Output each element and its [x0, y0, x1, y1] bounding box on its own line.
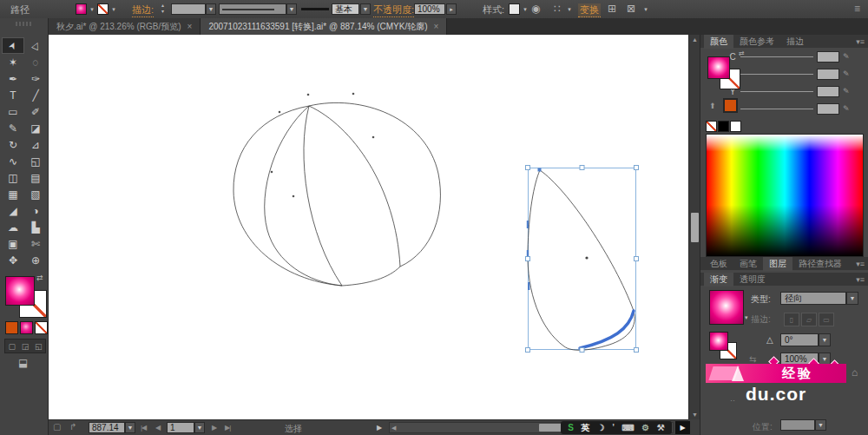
stroke-width-stepper[interactable]: ▴ ▾	[161, 3, 164, 15]
zoom-dropdown[interactable]: ▼	[125, 422, 135, 433]
width-profile-arrow[interactable]: ▼	[286, 3, 297, 15]
ime-toolbar[interactable]: S英☽’⌨⚙⚒	[561, 421, 672, 434]
ime-icon[interactable]: 英	[581, 422, 589, 434]
panel-tab[interactable]: 颜色	[704, 35, 733, 49]
channel-value-field[interactable]	[817, 69, 839, 80]
type-tool[interactable]: T	[2, 87, 24, 103]
select-similar-dropdown[interactable]: ▾	[641, 3, 650, 15]
scroll-left-icon[interactable]: ◀	[391, 425, 396, 432]
channel-value-field[interactable]	[817, 103, 839, 115]
stroke-along-icon[interactable]: ▱	[801, 313, 817, 326]
panel-grip[interactable]	[16, 22, 33, 26]
position-dropdown[interactable]: ▼	[815, 419, 826, 431]
slice-tool[interactable]: ✄	[24, 235, 47, 252]
middle-panel-menu-icon[interactable]: ▾≡	[856, 260, 865, 268]
align-icon[interactable]: ∷	[554, 3, 561, 15]
ime-icon[interactable]: ⌨	[621, 423, 634, 432]
align-dropdown-icon[interactable]: ▾	[565, 3, 574, 15]
swap-fill-stroke-icon[interactable]: ⇄	[36, 274, 43, 282]
color-mode-button[interactable]	[5, 321, 18, 334]
screen-mode-icon[interactable]: ⬓	[18, 357, 28, 369]
stroke-width-dropdown[interactable]: ▼	[206, 3, 216, 15]
opacity-panel-link[interactable]: 不透明度:	[373, 3, 414, 17]
brush-definition-dropdown[interactable]: 基本	[332, 3, 359, 15]
black-swatch[interactable]	[718, 121, 729, 132]
eraser-tool[interactable]: ◪	[24, 120, 47, 136]
ime-icon[interactable]: S	[568, 423, 574, 432]
blend-tool[interactable]: ◑	[24, 202, 47, 219]
none-mode-button[interactable]	[35, 321, 48, 334]
drawing-modes-group[interactable]: ▢ ◲ ◱	[4, 339, 46, 353]
gradient-angle-field[interactable]: 0°	[780, 333, 819, 346]
paintbrush-tool[interactable]: ✐	[24, 103, 47, 120]
stroke-across-icon[interactable]: ▭	[819, 313, 834, 326]
stepper-down-icon[interactable]: ▾	[161, 9, 164, 15]
position-field[interactable]	[780, 419, 815, 431]
recolor-artwork-icon[interactable]: ◉	[531, 3, 540, 15]
stroke-panel-link[interactable]: 描边:	[132, 3, 154, 17]
fill-dropdown-icon[interactable]: ▾	[88, 3, 96, 15]
select-similar-icon[interactable]: ⊠	[627, 3, 635, 15]
panel-tab[interactable]: 透明度	[733, 273, 772, 287]
panel-tab[interactable]: 色板	[704, 257, 733, 271]
panel-tab[interactable]: 画笔	[733, 257, 763, 271]
brush-stroke-preview[interactable]	[301, 8, 329, 10]
last-color-icon[interactable]: ⬆	[709, 102, 716, 110]
channel-slider[interactable]	[740, 70, 813, 78]
stroke-within-icon[interactable]: ▯	[784, 313, 799, 326]
draw-normal-icon[interactable]: ▢	[8, 342, 16, 351]
symbol-sprayer-tool[interactable]: ☁	[2, 219, 24, 235]
artboard-canvas[interactable]	[49, 35, 688, 419]
ime-icon[interactable]: ⚙	[641, 423, 649, 432]
stepper-up-icon[interactable]: ▴	[161, 3, 164, 9]
close-icon[interactable]: ×	[434, 22, 439, 31]
vertical-scrollbar[interactable]: ▲ ▼	[688, 35, 700, 419]
horizontal-scroll-thumb[interactable]	[539, 424, 562, 432]
channel-slider[interactable]	[740, 88, 813, 96]
fill-color-swatch[interactable]	[76, 3, 87, 15]
free-transform-tool[interactable]: ◱	[24, 153, 47, 169]
gradient-thumbnail[interactable]	[709, 290, 744, 325]
width-tool[interactable]: ∿	[2, 153, 24, 169]
scale-tool[interactable]: ⊿	[24, 136, 47, 153]
lasso-tool[interactable]: ◌	[24, 54, 47, 70]
stroke-color-swatch[interactable]	[97, 3, 108, 15]
shape-builder-tool[interactable]: ◫	[2, 169, 24, 186]
last-artboard-icon[interactable]: ▶|	[225, 424, 230, 432]
gradient-type-dropdown[interactable]: ▼	[846, 292, 858, 305]
gradient-tool[interactable]: ▧	[24, 186, 47, 202]
zoom-tool[interactable]: ⊕	[24, 252, 47, 268]
scroll-down-icon[interactable]: ▼	[692, 412, 698, 418]
stroke-width-field[interactable]	[171, 3, 206, 15]
draw-behind-icon[interactable]: ◲	[22, 342, 30, 351]
brush-definition-arrow[interactable]: ▼	[360, 3, 371, 15]
pen-tool[interactable]: ✒	[2, 70, 24, 87]
color-panel-menu-icon[interactable]: ▾≡	[856, 37, 865, 46]
style-dropdown-icon[interactable]: ▾	[521, 3, 529, 15]
width-profile-dropdown[interactable]	[219, 3, 286, 15]
column-graph-tool[interactable]: ▙	[24, 219, 47, 235]
perspective-grid-tool[interactable]: ▤	[24, 169, 47, 186]
document-tab[interactable]: 20071023111633591 [转换].ai* @ 887.14% (CM…	[201, 18, 447, 35]
artboard-tool[interactable]: ▣	[2, 235, 24, 252]
opacity-arrow[interactable]: ▸	[446, 3, 457, 15]
blob-brush-tool[interactable]: ✑	[24, 70, 47, 87]
document-tab[interactable]: 秋夕.ai* @ 213.26% (RGB/预览) ×	[49, 18, 201, 35]
gradient-mode-button[interactable]	[20, 321, 33, 334]
color-fill-proxy[interactable]	[707, 56, 730, 79]
artboard-nav-icon[interactable]: ▢	[53, 422, 61, 432]
channel-slider[interactable]	[740, 105, 813, 113]
arrange-docs-icon[interactable]: ↱	[69, 422, 76, 432]
ime-icon[interactable]: ☽	[597, 423, 605, 432]
scroll-up-icon[interactable]: ▲	[692, 36, 698, 43]
none-swatch[interactable]	[706, 121, 717, 132]
color-spectrum-picker[interactable]	[706, 134, 864, 257]
fill-proxy-swatch[interactable]	[5, 276, 35, 306]
control-bar-menu-icon[interactable]: ≡	[854, 3, 860, 15]
hand-tool[interactable]: ✥	[2, 252, 24, 268]
artboard-dropdown[interactable]: ▼	[194, 422, 205, 433]
ime-icon[interactable]: ⚒	[657, 423, 665, 432]
panel-tab[interactable]: 路径查找器	[792, 257, 848, 271]
next-artboard-icon[interactable]: ▶	[212, 424, 216, 432]
zoom-level-field[interactable]: 887.14	[89, 422, 125, 433]
